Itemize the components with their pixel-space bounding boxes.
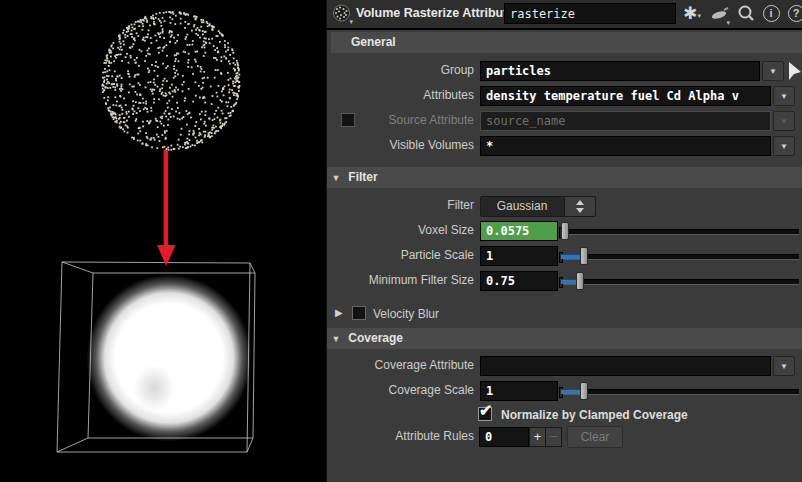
volume-rasterize-node-icon[interactable]: ▾ <box>332 4 351 23</box>
param-row-velocity-blur: ▶ Velocity Blur <box>327 303 802 327</box>
voxel-size-slider[interactable] <box>559 221 799 241</box>
info-glyph: i <box>763 5 780 22</box>
attribute-rules-count-input[interactable] <box>479 427 529 447</box>
filter-title: Filter <box>348 170 377 184</box>
node-name-input[interactable] <box>504 3 676 24</box>
coverage-attribute-dropdown-button[interactable]: ▼ <box>773 356 795 376</box>
visible-volumes-label: Visible Volumes <box>327 138 474 152</box>
attributes-dropdown-button[interactable]: ▼ <box>773 86 795 106</box>
group-dropdown-button[interactable]: ▼ <box>762 61 784 81</box>
coverage-scale-slider-handle[interactable] <box>580 382 588 400</box>
filter-label: Filter <box>327 198 474 212</box>
search-icon[interactable] <box>735 3 757 25</box>
filter-collapse-icon: ▼ <box>327 168 345 189</box>
param-row-attribute-rules: Attribute Rules + − Clear <box>327 425 802 450</box>
attribute-rules-add-button[interactable]: + <box>529 427 546 447</box>
normalize-checkbox[interactable]: ✔ <box>478 407 492 421</box>
coverage-scale-label: Coverage Scale <box>327 383 474 397</box>
attribute-rules-clear-button[interactable]: Clear <box>567 426 623 448</box>
param-row-source-attribute: Source Attribute ▼ <box>327 109 802 134</box>
coverage-collapse-icon: ▼ <box>327 329 345 350</box>
panel-title: Volume Rasterize Attributes <box>356 6 521 20</box>
parameter-panel: ▾ Volume Rasterize Attributes ✱ ▾ ▾ i ? <box>326 0 802 482</box>
filter-combo-arrows-icon <box>564 197 595 216</box>
gear-caret: ▾ <box>697 5 701 27</box>
voxel-size-slider-handle[interactable] <box>561 222 569 240</box>
source-attribute-dropdown-button[interactable]: ▼ <box>773 111 795 131</box>
gear-menu-icon[interactable]: ✱ ▾ <box>679 3 701 25</box>
param-row-attributes: Attributes ▼ <box>327 84 802 109</box>
param-row-min-filter-size: Minimum Filter Size <box>327 269 802 294</box>
section-header-general: General <box>331 32 802 53</box>
group-label: Group <box>327 63 474 77</box>
coverage-scale-slider[interactable] <box>559 381 799 401</box>
param-row-filter: Filter Gaussian <box>327 194 802 219</box>
help-glyph: ? <box>788 5 802 22</box>
param-row-particle-scale: Particle Scale <box>327 244 802 269</box>
coverage-attribute-input[interactable] <box>480 356 771 376</box>
node-icon-caret: ▾ <box>349 18 353 26</box>
group-select-arrow-icon[interactable] <box>788 60 802 82</box>
param-row-coverage-scale: Coverage Scale <box>327 379 802 404</box>
rasterize-arrow <box>157 150 176 266</box>
voxel-size-label: Voxel Size <box>327 223 474 237</box>
velocity-blur-expand-icon[interactable]: ▶ <box>335 307 343 318</box>
source-attribute-input[interactable] <box>480 111 771 131</box>
filter-combo[interactable]: Gaussian <box>480 196 596 217</box>
coverage-title: Coverage <box>348 331 403 345</box>
particle-point-cloud <box>101 11 240 151</box>
general-title: General <box>351 35 396 49</box>
pan-caret: ▾ <box>726 19 730 27</box>
gear-glyph: ✱ <box>683 4 697 23</box>
pan-tool-icon[interactable]: ▾ <box>708 3 730 25</box>
help-icon[interactable]: ? <box>785 3 802 25</box>
param-row-normalize: ✔ Normalize by Clamped Coverage <box>327 404 802 426</box>
coverage-attribute-label: Coverage Attribute <box>327 358 474 372</box>
particle-scale-input[interactable] <box>480 246 558 266</box>
velocity-blur-checkbox[interactable] <box>352 306 366 320</box>
param-row-voxel-size: Voxel Size <box>327 219 802 244</box>
min-filter-size-slider[interactable] <box>559 271 799 291</box>
param-row-coverage-attribute: Coverage Attribute ▼ <box>327 354 802 379</box>
particle-scale-slider-handle[interactable] <box>580 247 588 265</box>
velocity-blur-label: Velocity Blur <box>373 307 439 321</box>
param-row-visible-volumes: Visible Volumes ▼ <box>327 134 802 159</box>
attributes-input[interactable] <box>480 86 771 106</box>
filter-combo-value: Gaussian <box>481 199 563 213</box>
visible-volumes-input[interactable] <box>480 136 771 156</box>
coverage-scale-input[interactable] <box>480 381 558 401</box>
3d-viewport[interactable] <box>0 0 326 482</box>
particle-scale-slider[interactable] <box>559 246 799 266</box>
voxel-size-input[interactable] <box>480 221 558 241</box>
source-attribute-label: Source Attribute <box>327 113 474 127</box>
visible-volumes-dropdown-button[interactable]: ▼ <box>773 136 795 156</box>
section-header-coverage[interactable]: ▼ Coverage <box>327 328 802 349</box>
min-filter-size-input[interactable] <box>480 271 558 291</box>
min-filter-size-slider-handle[interactable] <box>576 272 584 290</box>
attribute-rules-label: Attribute Rules <box>327 429 474 443</box>
attribute-rules-remove-button[interactable]: − <box>545 427 562 447</box>
section-header-filter[interactable]: ▼ Filter <box>327 167 802 188</box>
checkmark-icon: ✔ <box>479 401 492 420</box>
parameter-titlebar: ▾ Volume Rasterize Attributes ✱ ▾ ▾ i ? <box>327 0 802 30</box>
info-icon[interactable]: i <box>760 3 782 25</box>
particle-scale-label: Particle Scale <box>327 248 474 262</box>
viewport-overlay <box>0 0 326 482</box>
min-filter-size-label: Minimum Filter Size <box>327 273 474 287</box>
normalize-label: Normalize by Clamped Coverage <box>501 408 688 422</box>
attributes-label: Attributes <box>327 88 474 102</box>
param-row-group: Group ▼ <box>327 59 802 84</box>
group-input[interactable] <box>480 61 760 81</box>
volume-bounding-box <box>57 262 255 452</box>
